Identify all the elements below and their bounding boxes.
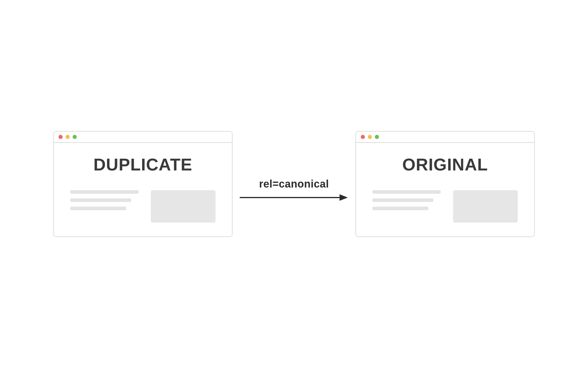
image-placeholder bbox=[151, 190, 216, 223]
arrow-label: rel=canonical bbox=[259, 178, 329, 190]
arrow-icon bbox=[240, 193, 348, 202]
placeholder-line bbox=[70, 198, 131, 202]
text-lines-placeholder bbox=[372, 190, 444, 210]
window-content: ORIGINAL bbox=[356, 143, 534, 231]
window-titlebar bbox=[54, 132, 232, 143]
duplicate-browser-window: DUPLICATE bbox=[53, 131, 233, 237]
svg-marker-1 bbox=[340, 194, 348, 201]
content-placeholder-row bbox=[372, 190, 518, 223]
window-content: DUPLICATE bbox=[54, 143, 232, 231]
minimize-dot-icon bbox=[368, 135, 372, 139]
window-titlebar bbox=[356, 132, 534, 143]
canonical-diagram: DUPLICATE rel=canonical ORIGINAL bbox=[53, 131, 535, 237]
close-dot-icon bbox=[361, 135, 365, 139]
image-placeholder bbox=[453, 190, 518, 223]
placeholder-line bbox=[372, 190, 441, 194]
placeholder-line bbox=[70, 207, 126, 210]
text-lines-placeholder bbox=[70, 190, 142, 210]
window-title: DUPLICATE bbox=[93, 155, 193, 174]
content-placeholder-row bbox=[70, 190, 216, 223]
placeholder-line bbox=[372, 207, 428, 210]
placeholder-line bbox=[70, 190, 138, 194]
placeholder-line bbox=[372, 198, 433, 202]
close-dot-icon bbox=[59, 135, 63, 139]
maximize-dot-icon bbox=[375, 135, 379, 139]
minimize-dot-icon bbox=[66, 135, 70, 139]
maximize-dot-icon bbox=[73, 135, 77, 139]
original-browser-window: ORIGINAL bbox=[355, 131, 535, 237]
arrow-group: rel=canonical bbox=[240, 178, 348, 202]
window-title: ORIGINAL bbox=[402, 155, 488, 174]
